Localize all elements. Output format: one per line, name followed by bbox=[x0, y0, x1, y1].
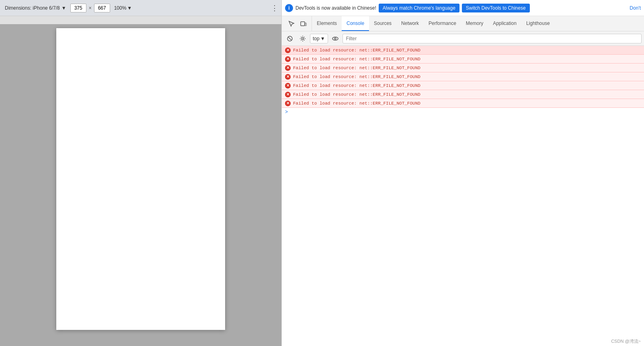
device-label: Dimensions: iPhone 6/7/8 bbox=[5, 5, 60, 11]
error-row-5: ✕ Failed to load resource: net::ERR_FILE… bbox=[282, 81, 644, 90]
tab-performance[interactable]: Performance bbox=[424, 16, 461, 31]
ruler-horizontal bbox=[0, 16, 281, 24]
context-label: top bbox=[313, 36, 320, 41]
console-prompt-symbol: > bbox=[285, 109, 288, 115]
dimension-separator: × bbox=[89, 5, 92, 11]
notification-message: DevTools is now available in Chinese! bbox=[295, 5, 376, 11]
attribution: CSDN @湾流~ bbox=[608, 337, 644, 346]
tab-icons-group bbox=[283, 16, 312, 31]
zoom-dropdown-icon: ▼ bbox=[127, 5, 132, 11]
width-input[interactable] bbox=[70, 4, 86, 12]
devtools-panel: i DevTools is now available in Chinese! … bbox=[281, 0, 644, 346]
error-icon-5: ✕ bbox=[285, 83, 291, 89]
error-icon-4: ✕ bbox=[285, 74, 291, 80]
svg-point-5 bbox=[332, 37, 338, 40]
error-icon-7: ✕ bbox=[285, 101, 291, 106]
browser-preview-panel: Dimensions: iPhone 6/7/8 ▼ × 100% ▼ ⋮ bbox=[0, 0, 281, 346]
error-icon-1: ✕ bbox=[285, 47, 291, 53]
svg-point-4 bbox=[302, 37, 304, 39]
device-selector[interactable]: Dimensions: iPhone 6/7/8 ▼ bbox=[3, 4, 68, 12]
phone-viewport bbox=[56, 28, 225, 330]
filter-input[interactable] bbox=[343, 34, 642, 43]
inspect-element-icon[interactable] bbox=[286, 18, 297, 29]
tab-elements[interactable]: Elements bbox=[312, 16, 342, 31]
error-text-5: Failed to load resource: net::ERR_FILE_N… bbox=[293, 83, 420, 88]
svg-rect-1 bbox=[305, 23, 306, 26]
tab-lighthouse[interactable]: Lighthouse bbox=[521, 16, 555, 31]
more-options-icon[interactable]: ⋮ bbox=[271, 4, 278, 12]
console-prompt-row[interactable]: > bbox=[282, 108, 644, 117]
console-toolbar: top ▼ bbox=[282, 31, 644, 46]
error-icon-3: ✕ bbox=[285, 65, 291, 71]
info-icon: i bbox=[285, 4, 293, 12]
error-row-7: ✕ Failed to load resource: net::ERR_FILE… bbox=[282, 99, 644, 108]
svg-line-3 bbox=[288, 37, 291, 40]
error-text-6: Failed to load resource: net::ERR_FILE_N… bbox=[293, 92, 420, 97]
console-messages-area: ✕ Failed to load resource: net::ERR_FILE… bbox=[282, 46, 644, 346]
context-selector[interactable]: top ▼ bbox=[310, 34, 328, 43]
error-row-1: ✕ Failed to load resource: net::ERR_FILE… bbox=[282, 46, 644, 55]
error-text-1: Failed to load resource: net::ERR_FILE_N… bbox=[293, 48, 420, 53]
tab-sources[interactable]: Sources bbox=[369, 16, 396, 31]
error-text-3: Failed to load resource: net::ERR_FILE_N… bbox=[293, 66, 420, 70]
error-text-7: Failed to load resource: net::ERR_FILE_N… bbox=[293, 101, 420, 106]
tab-network[interactable]: Network bbox=[396, 16, 424, 31]
tab-bar: Elements Console Sources Network Perform… bbox=[282, 16, 644, 31]
device-toggle-icon[interactable] bbox=[298, 18, 309, 29]
tab-console[interactable]: Console bbox=[342, 16, 369, 31]
zoom-selector[interactable]: 100% ▼ bbox=[114, 5, 132, 11]
height-input[interactable] bbox=[94, 4, 110, 12]
viewport-container bbox=[0, 24, 281, 346]
svg-rect-0 bbox=[301, 22, 305, 26]
error-row-6: ✕ Failed to load resource: net::ERR_FILE… bbox=[282, 90, 644, 99]
notification-bar: i DevTools is now available in Chinese! … bbox=[282, 0, 644, 16]
tab-application[interactable]: Application bbox=[488, 16, 521, 31]
switch-chinese-button[interactable]: Switch DevTools to Chinese bbox=[462, 4, 530, 12]
clear-console-icon[interactable] bbox=[284, 33, 295, 44]
eye-icon[interactable] bbox=[330, 33, 341, 44]
error-row-3: ✕ Failed to load resource: net::ERR_FILE… bbox=[282, 64, 644, 72]
always-match-button[interactable]: Always match Chrome's language bbox=[379, 4, 459, 12]
svg-point-6 bbox=[334, 38, 336, 39]
device-dropdown-icon: ▼ bbox=[62, 5, 66, 11]
error-text-4: Failed to load resource: net::ERR_FILE_N… bbox=[293, 74, 420, 79]
zoom-value: 100% bbox=[114, 5, 127, 11]
settings-icon[interactable] bbox=[297, 33, 308, 44]
tab-memory[interactable]: Memory bbox=[461, 16, 488, 31]
error-row-4: ✕ Failed to load resource: net::ERR_FILE… bbox=[282, 72, 644, 81]
dont-button[interactable]: Don't bbox=[630, 5, 641, 11]
error-row-2: ✕ Failed to load resource: net::ERR_FILE… bbox=[282, 55, 644, 64]
error-icon-6: ✕ bbox=[285, 92, 291, 97]
error-icon-2: ✕ bbox=[285, 56, 291, 62]
browser-toolbar: Dimensions: iPhone 6/7/8 ▼ × 100% ▼ ⋮ bbox=[0, 0, 281, 16]
context-dropdown-icon: ▼ bbox=[320, 36, 325, 41]
error-text-2: Failed to load resource: net::ERR_FILE_N… bbox=[293, 57, 420, 62]
